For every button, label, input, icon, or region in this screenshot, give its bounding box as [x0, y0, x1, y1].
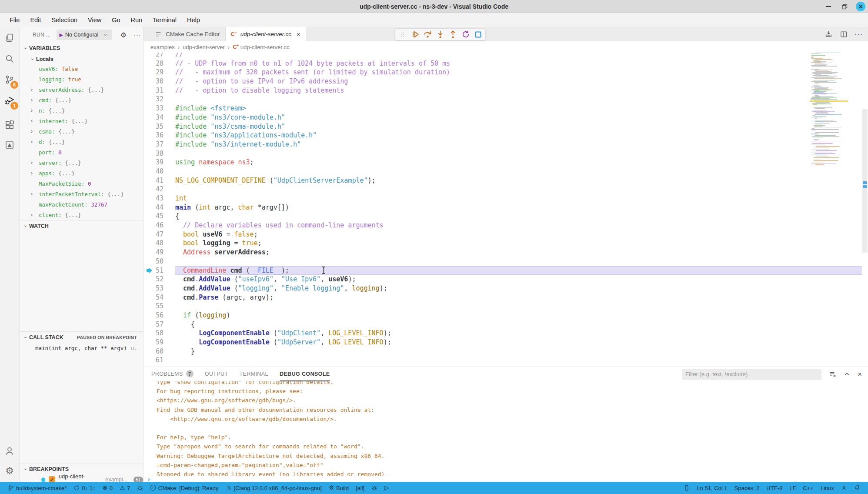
activity-files[interactable]	[0, 28, 19, 48]
call-stack-section-header[interactable]: › CALL STACK PAUSED ON BREAKPOINT	[20, 331, 143, 343]
code-line[interactable]: 41NS_LOG_COMPONENT_DEFINE ("UdpClientSer…	[144, 176, 868, 185]
gutter[interactable]	[144, 131, 155, 140]
code-line[interactable]: 37#include "ns3/internet-module.h"	[144, 140, 868, 149]
variables-section-header[interactable]: › VARIABLES	[20, 43, 143, 54]
code-line[interactable]: 39using namespace ns3;	[144, 158, 868, 167]
step-out-button[interactable]	[447, 29, 458, 40]
gutter[interactable]	[144, 167, 155, 176]
variable-row[interactable]: ›cmd: {...}	[20, 95, 143, 105]
configure-gear-icon[interactable]: ⚙	[120, 31, 126, 39]
drag-grip-button[interactable]	[397, 29, 408, 40]
breakpoint-row[interactable]: ✓ udp-client-server.cc exampl... 51	[20, 474, 143, 482]
gutter[interactable]	[144, 176, 155, 185]
code-line[interactable]: 28// - UDP flow from n0 to n1 of 1024 by…	[144, 59, 868, 68]
line-number[interactable]: 49	[155, 248, 164, 257]
breakpoint-checkbox[interactable]: ✓	[49, 476, 55, 482]
chevron-collapsed-icon[interactable]: ›	[31, 170, 33, 176]
step-over-button[interactable]	[422, 29, 433, 40]
variable-row[interactable]: ›d: {...}	[20, 137, 143, 147]
continue-button[interactable]	[410, 29, 421, 40]
activity-settings[interactable]: ⚙	[0, 461, 19, 481]
console-filter-input[interactable]	[682, 369, 821, 380]
status--all-[interactable]: [all]	[352, 482, 368, 494]
code-line[interactable]: 35#include "ns3/csma-module.h"	[144, 122, 868, 131]
status-feedback[interactable]	[838, 482, 851, 494]
code-line[interactable]: 51 CommandLine cmd (__FILE__);	[144, 266, 868, 275]
line-number[interactable]: 39	[155, 158, 164, 167]
line-number[interactable]: 36	[155, 131, 164, 140]
gutter[interactable]	[144, 104, 155, 113]
code-line[interactable]: 29// - maximum of 320 packets sent (or l…	[144, 68, 868, 77]
line-number[interactable]: 51	[155, 266, 164, 275]
run-below-icon[interactable]	[825, 30, 833, 38]
code-line[interactable]: 27//	[144, 53, 868, 59]
line-number[interactable]: 31	[155, 86, 164, 95]
status-c++[interactable]: C++	[799, 482, 817, 494]
status-branch[interactable]: buildsystem-cmake*	[4, 482, 70, 494]
more-actions-icon[interactable]: ···	[855, 30, 863, 38]
step-into-button[interactable]	[435, 29, 446, 40]
chevron-collapsed-icon[interactable]: ›	[31, 160, 33, 166]
line-number[interactable]: 47	[155, 230, 164, 239]
code-line[interactable]: 45{	[144, 212, 868, 221]
maximize-icon[interactable]	[840, 2, 849, 11]
status-ln-51-col-1[interactable]: Ln 51, Col 1	[693, 482, 731, 494]
gutter[interactable]	[144, 59, 155, 68]
panel-tab-terminal[interactable]: TERMINAL	[239, 367, 268, 381]
code-line[interactable]: 53 cmd.AddValue ("logging", "Enable logg…	[144, 284, 868, 293]
clear-console-icon[interactable]	[829, 370, 836, 378]
close-panel-icon[interactable]: ×	[858, 370, 862, 378]
gutter[interactable]	[144, 203, 155, 212]
gutter[interactable]	[144, 212, 155, 221]
code-line[interactable]: 56 if (logging)	[144, 311, 868, 320]
activity-extensions[interactable]	[0, 115, 19, 135]
code-line[interactable]: 34#include "ns3/core-module.h"	[144, 113, 868, 122]
variable-row[interactable]: ›apps: {...}	[20, 168, 143, 178]
code-editor[interactable]: 27//28// - UDP flow from n0 to n1 of 102…	[144, 53, 868, 367]
code-line[interactable]: 59 LogComponentEnable ("UdpServer", LOG_…	[144, 338, 868, 347]
gutter[interactable]	[144, 113, 155, 122]
chevron-collapsed-icon[interactable]: ›	[31, 118, 33, 124]
editor-scrollbar[interactable]	[862, 53, 868, 367]
status-warning[interactable]: ⚠7	[116, 482, 134, 494]
code-line[interactable]: 54 cmd.Parse (argc, argv);	[144, 293, 868, 302]
line-number[interactable]: 41	[155, 176, 164, 185]
gutter[interactable]	[144, 329, 155, 338]
code-line[interactable]: 47 bool useV6 = false;	[144, 230, 868, 239]
menu-help[interactable]: Help	[183, 15, 204, 25]
tab-cmake-cache-editor[interactable]: CMake Cache Editor	[150, 27, 226, 41]
minimize-icon[interactable]	[824, 2, 833, 11]
status-sync[interactable]: 0↓ 1↑	[70, 482, 99, 494]
activity-run-debug[interactable]: 1	[0, 90, 19, 110]
line-number[interactable]: 50	[155, 257, 164, 266]
close-icon[interactable]: ✕	[856, 2, 865, 11]
menu-edit[interactable]: Edit	[26, 15, 45, 25]
gutter[interactable]	[144, 356, 155, 365]
minimap[interactable]	[810, 53, 848, 167]
code-line[interactable]: 38	[144, 149, 868, 158]
status-bug[interactable]	[368, 482, 381, 494]
code-line[interactable]: 61	[144, 356, 868, 365]
line-number[interactable]: 53	[155, 284, 164, 293]
gutter[interactable]	[144, 221, 155, 230]
menu-view[interactable]: View	[83, 15, 106, 25]
menu-run[interactable]: Run	[127, 15, 147, 25]
line-number[interactable]: 58	[155, 329, 164, 338]
gutter[interactable]	[144, 275, 155, 284]
debug-console-input-row[interactable]: ›	[144, 476, 868, 482]
gutter[interactable]	[144, 185, 155, 194]
code-line[interactable]: 33#include <fstream>	[144, 104, 868, 113]
line-number[interactable]: 59	[155, 338, 164, 347]
code-line[interactable]: 40	[144, 167, 868, 176]
chevron-collapsed-icon[interactable]: ›	[31, 128, 33, 134]
chevron-collapsed-icon[interactable]: ›	[31, 212, 33, 218]
variable-row[interactable]: ›server: {...}	[20, 157, 143, 168]
variable-row[interactable]: ›csma: {...}	[20, 126, 143, 137]
start-debug-icon[interactable]: ▶	[59, 32, 63, 38]
panel-tab-problems[interactable]: PROBLEMS7	[151, 367, 194, 381]
gutter[interactable]	[144, 257, 155, 266]
gutter[interactable]	[144, 311, 155, 320]
breakpoints-section-header[interactable]: › BREAKPOINTS	[20, 464, 143, 474]
gutter[interactable]	[144, 140, 155, 149]
debug-current-line-gutter[interactable]	[144, 266, 155, 275]
